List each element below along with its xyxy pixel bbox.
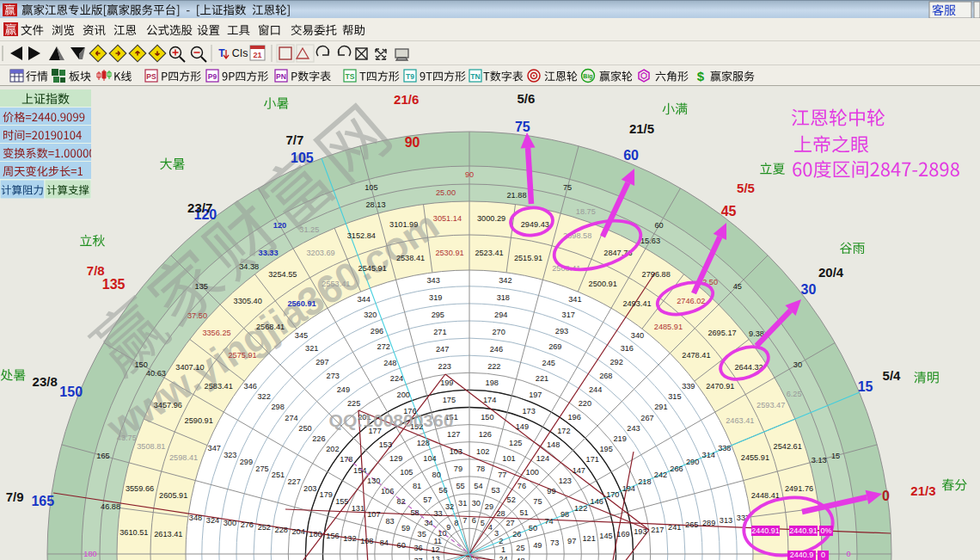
- svg-text:73: 73: [550, 538, 559, 547]
- svg-text:90: 90: [405, 135, 420, 150]
- svg-text:170: 170: [606, 490, 619, 499]
- svg-text:2485.91: 2485.91: [654, 323, 683, 331]
- svg-text:2448.41: 2448.41: [751, 491, 780, 500]
- svg-text:227: 227: [287, 477, 300, 486]
- svg-text:292: 292: [609, 358, 622, 366]
- svg-text:0%: 0%: [820, 526, 831, 535]
- svg-text:59: 59: [401, 524, 410, 532]
- svg-text:2500.91: 2500.91: [589, 280, 617, 288]
- svg-text:TN: TN: [470, 72, 480, 81]
- svg-text:3: 3: [494, 529, 499, 538]
- svg-text:53: 53: [491, 486, 499, 495]
- svg-text:3152.84: 3152.84: [347, 231, 376, 240]
- svg-text:313: 313: [720, 516, 732, 525]
- svg-text:318: 318: [497, 293, 510, 302]
- svg-text:100: 100: [526, 468, 539, 477]
- svg-text:2560.91: 2560.91: [287, 299, 315, 308]
- svg-text:196: 196: [567, 413, 580, 422]
- svg-text:2695.17: 2695.17: [707, 329, 736, 337]
- svg-text:341: 341: [568, 295, 581, 304]
- svg-text:102: 102: [476, 447, 489, 456]
- svg-text:3407.10: 3407.10: [175, 363, 204, 372]
- svg-text:6: 6: [472, 516, 476, 525]
- svg-text:252: 252: [258, 523, 271, 532]
- svg-text:123: 123: [559, 477, 572, 485]
- svg-text:222: 222: [487, 362, 500, 371]
- svg-text:250: 250: [298, 424, 311, 433]
- svg-text:3203.69: 3203.69: [306, 249, 334, 257]
- svg-text:37.50: 37.50: [187, 311, 207, 320]
- svg-text:128: 128: [417, 439, 430, 447]
- svg-text:2593.47: 2593.47: [756, 401, 785, 409]
- svg-text:28.13: 28.13: [366, 200, 386, 209]
- svg-text:60: 60: [654, 221, 663, 230]
- svg-text:7/9: 7/9: [6, 489, 24, 504]
- svg-text:77: 77: [498, 471, 506, 479]
- svg-text:60: 60: [623, 148, 639, 163]
- svg-text:194: 194: [622, 484, 635, 493]
- svg-text:275: 275: [255, 465, 268, 473]
- svg-text:2515.91: 2515.91: [514, 254, 542, 262]
- svg-text:125: 125: [509, 439, 522, 447]
- svg-text:15: 15: [831, 452, 840, 460]
- svg-text:224: 224: [390, 374, 403, 383]
- svg-text:2493.41: 2493.41: [622, 299, 651, 308]
- svg-text:249: 249: [337, 385, 350, 394]
- svg-text:35: 35: [418, 530, 426, 538]
- svg-text:246: 246: [490, 345, 503, 354]
- svg-text:270: 270: [492, 328, 505, 336]
- svg-text:130: 130: [367, 477, 380, 485]
- svg-text:323: 323: [224, 451, 236, 459]
- svg-text:34.38: 34.38: [239, 262, 259, 271]
- svg-text:58: 58: [410, 508, 419, 517]
- svg-text:PS: PS: [146, 72, 156, 81]
- svg-text:CIs: CIs: [232, 47, 248, 59]
- svg-text:321: 321: [305, 344, 318, 353]
- svg-text:199: 199: [440, 378, 453, 387]
- svg-text:QQ:100800360: QQ:100800360: [329, 410, 454, 430]
- svg-text:347: 347: [208, 444, 221, 452]
- svg-text:272: 272: [377, 342, 390, 351]
- svg-text:2440.91: 2440.91: [751, 526, 780, 535]
- svg-text:97: 97: [567, 537, 576, 545]
- svg-text:83: 83: [385, 517, 394, 526]
- svg-text:107: 107: [367, 510, 380, 519]
- svg-text:31.25: 31.25: [299, 225, 319, 234]
- svg-text:241: 241: [668, 523, 681, 532]
- svg-text:7/7: 7/7: [285, 132, 303, 147]
- svg-text:$: $: [697, 69, 705, 83]
- svg-text:265: 265: [685, 520, 698, 529]
- svg-text:45: 45: [721, 204, 737, 218]
- svg-text:0: 0: [846, 550, 850, 558]
- svg-text:320: 320: [364, 311, 377, 319]
- svg-text:247: 247: [436, 345, 449, 354]
- svg-text:121: 121: [582, 534, 595, 543]
- svg-text:120: 120: [273, 221, 286, 230]
- svg-text:297: 297: [315, 358, 328, 366]
- svg-text:169: 169: [616, 530, 629, 538]
- svg-text:127: 127: [447, 430, 460, 439]
- svg-text:25.00: 25.00: [436, 188, 456, 197]
- svg-text:57: 57: [423, 495, 432, 504]
- svg-text:20/4: 20/4: [818, 265, 844, 280]
- svg-text:175: 175: [443, 396, 456, 404]
- svg-text:269: 269: [548, 342, 561, 351]
- svg-text:84: 84: [380, 538, 389, 547]
- svg-text:276: 276: [241, 520, 254, 529]
- svg-text:124: 124: [536, 454, 549, 463]
- svg-text:21.88: 21.88: [507, 191, 527, 200]
- svg-text:343: 343: [426, 276, 439, 285]
- svg-text:25: 25: [516, 544, 524, 552]
- svg-text:13: 13: [431, 555, 439, 560]
- svg-text:268: 268: [599, 372, 612, 380]
- svg-text:46.88: 46.88: [101, 502, 120, 511]
- svg-text:23/8: 23/8: [33, 374, 58, 389]
- svg-text:298: 298: [271, 403, 284, 411]
- svg-text:33.33: 33.33: [259, 249, 279, 257]
- svg-text:27: 27: [505, 519, 514, 527]
- svg-text:3610.51: 3610.51: [119, 528, 148, 537]
- svg-text:48: 48: [516, 557, 524, 560]
- svg-text:106: 106: [381, 487, 394, 495]
- svg-text:101: 101: [502, 454, 515, 463]
- svg-text:220: 220: [579, 399, 591, 408]
